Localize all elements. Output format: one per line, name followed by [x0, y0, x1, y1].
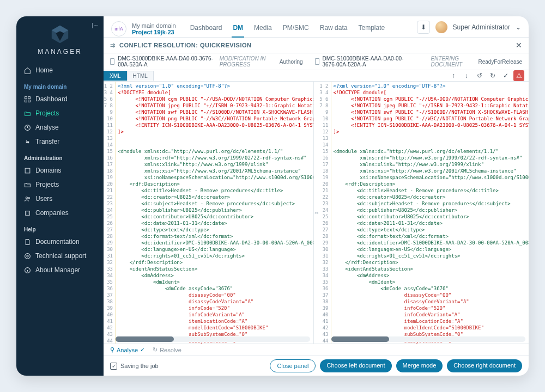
- check-icon[interactable]: ✓: [500, 70, 511, 81]
- sidebar-item-label: Transfer: [35, 138, 59, 145]
- sidebar-item-home[interactable]: Home: [16, 63, 104, 77]
- refresh-icon: ↻: [153, 346, 158, 353]
- close-icon[interactable]: ✕: [516, 41, 522, 50]
- breadcrumb: My main domain Project 19jk-23: [132, 22, 176, 35]
- tab-dashboard[interactable]: Dashboard: [189, 21, 223, 37]
- technical-support-icon: [24, 253, 31, 260]
- tab-html[interactable]: HTML: [127, 71, 154, 81]
- documentation-icon: [24, 238, 31, 246]
- svg-point-13: [27, 255, 28, 256]
- project-badge: infA: [111, 21, 126, 36]
- redo-icon[interactable]: ↻: [487, 70, 498, 81]
- sidebar-item-users[interactable]: Users: [16, 192, 104, 206]
- sidebar-admin-label: Administration: [16, 153, 104, 163]
- sidebar-item-domains[interactable]: Domains: [16, 163, 104, 177]
- checkbox-icon[interactable]: ✓: [110, 363, 117, 370]
- sidebar-item-technical-support[interactable]: Technical support: [16, 249, 104, 263]
- splitter-icon[interactable]: ⇔: [314, 82, 319, 344]
- right-editor[interactable]: 1 2 3 4 5 6 7 8 9 10 11 12 13 14 15 16 1…: [319, 82, 529, 344]
- analyse-icon: [24, 124, 31, 131]
- conflict-title: CONFLICT RESOLUTION: QUICKREVISION: [119, 42, 252, 48]
- tab-dm[interactable]: DM: [232, 21, 244, 37]
- left-editor[interactable]: 1 2 3 4 5 6 7 8 9 10 11 12 13 14 15 16 1…: [104, 82, 314, 344]
- conflict-bar: ⇉ CONFLICT RESOLUTION: QUICKREVISION ✕: [104, 38, 529, 53]
- breadcrumb-project[interactable]: Project 19jk-23: [132, 29, 176, 35]
- left-gutter: 1 2 3 4 5 6 7 8 9 10 11 12 13 14 15 16 1…: [104, 82, 116, 344]
- sidebar-domain-label: My main domain: [16, 82, 104, 92]
- right-scrollbar[interactable]: [331, 336, 526, 342]
- document-icon: [315, 58, 319, 65]
- sidebar-item-companies[interactable]: Companies: [16, 206, 104, 220]
- sidebar-help-label: Help: [16, 224, 104, 235]
- saving-toggle[interactable]: ✓ Saving the job: [110, 363, 159, 370]
- chevron-down-icon[interactable]: ⌄: [516, 23, 521, 31]
- svg-rect-6: [28, 100, 31, 102]
- editors: 1 2 3 4 5 6 7 8 9 10 11 12 13 14 15 16 1…: [104, 82, 529, 344]
- projects-icon: [24, 110, 31, 117]
- right-code[interactable]: <?xml version="1.0" encoding="UTF-8"?> <…: [331, 82, 529, 344]
- sidebar-item-documentation[interactable]: Documentation: [16, 235, 104, 249]
- tab-xml[interactable]: XML: [104, 71, 127, 81]
- logo-block: MANAGER: [16, 24, 104, 56]
- sidebar-item-label: Domains: [35, 167, 61, 174]
- sidebar-item-analyse[interactable]: Analyse: [16, 120, 104, 134]
- svg-rect-5: [25, 100, 27, 102]
- left-scrollbar[interactable]: [116, 336, 310, 342]
- collapse-sidebar-icon[interactable]: |←: [92, 22, 99, 28]
- dashboard-icon: [24, 96, 31, 103]
- sidebar-item-dashboard[interactable]: Dashboard: [16, 92, 104, 106]
- action-strip: ⚲Analyse✓ ↻Resolve: [104, 344, 529, 356]
- companies-icon: [24, 210, 31, 217]
- analyse-action[interactable]: ⚲Analyse✓: [110, 346, 145, 353]
- svg-rect-4: [28, 96, 31, 99]
- close-panel-button[interactable]: Close panel: [270, 359, 316, 372]
- sidebar-item-label: Projects: [35, 181, 59, 188]
- merge-mode-button[interactable]: Merge mode: [396, 359, 443, 372]
- right-status-label: ENTERING DOCUMENT: [431, 56, 475, 68]
- main-panel: infA My main domain Project 19jk-23 Dash…: [104, 16, 529, 376]
- undo-icon[interactable]: ↺: [474, 70, 485, 81]
- sidebar-item-transfer[interactable]: Transfer: [16, 134, 104, 149]
- sidebar-item-projects[interactable]: Projects: [16, 177, 104, 192]
- download-button[interactable]: ⬇: [417, 21, 430, 34]
- right-gutter: 1 2 3 4 5 6 7 8 9 10 11 12 13 14 15 16 1…: [319, 82, 331, 344]
- resolve-action[interactable]: ↻Resolve: [153, 346, 181, 353]
- tab-raw-data[interactable]: Raw data: [319, 21, 349, 37]
- svg-rect-8: [25, 168, 30, 173]
- sidebar-item-label: Companies: [35, 209, 69, 217]
- sidebar-item-label: Dashboard: [35, 95, 68, 103]
- tab-pm-smc[interactable]: PM/SMC: [282, 21, 310, 37]
- choose-left-button[interactable]: Choose left document: [320, 359, 391, 372]
- sidebar-item-label: Projects: [35, 109, 59, 117]
- doc-bar: DMC-S1000DBIKE-AAA-DA0-00-3676-00A-520A-…: [104, 53, 529, 70]
- choose-right-button[interactable]: Choose right document: [447, 359, 522, 372]
- domains-icon: [24, 167, 31, 174]
- app-window: |← MANAGER Home My main domain Dashboard…: [16, 16, 529, 376]
- svg-rect-3: [25, 96, 27, 99]
- right-doc-id: DMC-S1000DBIKE-AAA-DA0-00-3676-00A-520A-…: [323, 56, 413, 68]
- left-doc-id: DMC-S1000DBIKE-AAA-DA0-00-3676-00A-520A-…: [118, 56, 216, 68]
- avatar[interactable]: [435, 21, 447, 33]
- document-icon: [110, 58, 114, 65]
- home-icon: [24, 67, 31, 74]
- brand-name: MANAGER: [16, 48, 104, 56]
- tab-template[interactable]: Template: [357, 21, 386, 37]
- sidebar-item-projects[interactable]: Projects: [16, 106, 104, 120]
- sidebar-item-label: Analyse: [35, 124, 59, 131]
- tab-media[interactable]: Media: [253, 21, 273, 37]
- sidebar-item-label: Users: [35, 195, 52, 203]
- left-code[interactable]: <?xml version="1.0" encoding="UTF-8"?> <…: [116, 82, 313, 344]
- nav-up-icon[interactable]: ↑: [448, 70, 459, 81]
- code-tab-strip: XML HTML ↑ ↓ ↺ ↻ ✓ ⚠: [104, 70, 529, 82]
- sidebar: |← MANAGER Home My main domain Dashboard…: [16, 16, 104, 376]
- nav-down-icon[interactable]: ↓: [461, 70, 472, 81]
- svg-point-9: [26, 197, 27, 198]
- alert-icon[interactable]: ⚠: [513, 70, 524, 81]
- sidebar-item-about-manager[interactable]: About Manager: [16, 263, 104, 277]
- transfer-icon: [24, 138, 31, 145]
- main-tabs: DashboardDMMediaPM/SMCRaw dataTemplate: [189, 21, 386, 37]
- users-icon: [24, 195, 31, 203]
- svg-point-10: [28, 197, 30, 199]
- svg-rect-11: [26, 211, 30, 215]
- topbar: infA My main domain Project 19jk-23 Dash…: [104, 16, 529, 38]
